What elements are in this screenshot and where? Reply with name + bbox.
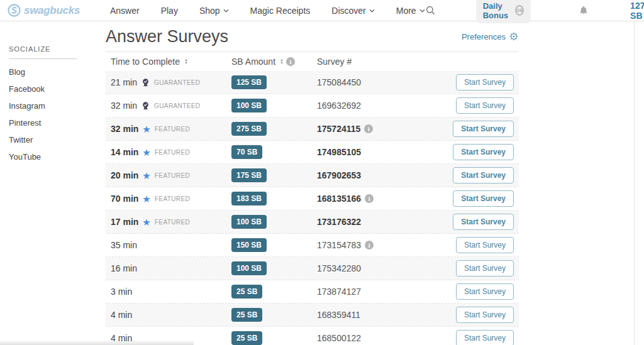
survey-number-cell: 175724115 i	[317, 124, 453, 134]
time-cell: 32 min ★ GUARANTEED	[111, 101, 231, 111]
table-row: 32 min ★ FEATURED 275 SB	[106, 118, 519, 141]
nav-item-shop[interactable]: Shop	[199, 6, 229, 16]
time-to-complete: 32 min	[111, 124, 138, 134]
search-icon[interactable]	[425, 5, 436, 16]
table-row: 21 min ★ GUARANTEED 125 SB	[106, 71, 519, 94]
nav-item-play[interactable]: Play	[161, 6, 178, 16]
survey-number: 169632692	[317, 101, 361, 111]
sb-amount-badge: 25 SB	[231, 331, 262, 345]
sidebar-item-twitter[interactable]: Twitter	[9, 136, 106, 144]
survey-number: 175724115	[317, 124, 360, 134]
sb-amount-badge: 25 SB	[231, 308, 262, 322]
survey-number-cell: 168135166 i	[317, 194, 453, 204]
sort-icon[interactable]: ▲▼	[184, 58, 188, 65]
sb-amount-badge: 150 SB	[231, 238, 267, 252]
survey-number-cell: 168500122 i	[317, 333, 456, 343]
guaranteed-medal-icon	[141, 78, 150, 87]
time-cell: 4 min ★	[111, 310, 231, 320]
sb-amount-badge: 25 SB	[231, 285, 262, 298]
start-survey-button[interactable]: Start Survey	[456, 74, 514, 90]
sidebar-item-blog[interactable]: Blog	[9, 68, 106, 76]
sb-amount-cell: 175 SB	[231, 168, 317, 182]
survey-number-cell: 174985105 i	[317, 147, 453, 157]
nav-item-answer[interactable]: Answer	[110, 6, 140, 16]
nav-item-label: More	[396, 6, 416, 16]
preferences-link[interactable]: Preferences	[462, 31, 519, 41]
start-survey-button[interactable]: Start Survey	[456, 237, 514, 253]
sidebar-item-youtube[interactable]: YouTube	[9, 153, 106, 161]
chevron-down-icon	[223, 9, 229, 13]
row-badge-label: GUARANTEED	[154, 102, 200, 109]
sidebar-item-facebook[interactable]: Facebook	[9, 85, 106, 93]
chevron-down-icon	[419, 9, 425, 13]
start-survey-button[interactable]: Start Survey	[456, 283, 514, 300]
col-header-survey-number: Survey #	[317, 57, 514, 67]
info-icon[interactable]: i	[364, 124, 373, 133]
table-row: 17 min ★ FEATURED 100 SB	[106, 211, 519, 234]
start-survey-button[interactable]: Start Survey	[456, 97, 514, 114]
survey-number: 168359411	[317, 310, 360, 320]
survey-number-cell: 169632692 i	[317, 101, 456, 111]
table-row: 3 min ★ 25 SB 1	[106, 280, 519, 304]
notifications-bell-icon[interactable]	[579, 5, 589, 16]
daily-bonus-button[interactable]: Daily Bonus SB	[476, 0, 531, 23]
nav-item-magic-receipts[interactable]: Magic Receipts	[250, 6, 311, 16]
time-to-complete: 20 min	[111, 170, 138, 180]
table-row: 35 min ★ 150 SB	[106, 234, 519, 257]
sort-icon[interactable]: ▲▼	[280, 58, 284, 65]
row-badge-label: GUARANTEED	[154, 79, 200, 86]
row-badge-label: FEATURED	[155, 219, 190, 226]
sidebar-title: SOCIALIZE	[9, 45, 77, 59]
table-row: 14 min ★ FEATURED 70 SB	[106, 141, 519, 164]
sb-amount-cell: 25 SB	[231, 285, 317, 298]
time-to-complete: 3 min	[111, 287, 132, 297]
sb-amount-cell: 100 SB	[231, 215, 317, 229]
nav-item-discover[interactable]: Discover	[331, 6, 374, 16]
info-icon[interactable]: i	[286, 57, 295, 66]
start-survey-button[interactable]: Start Survey	[456, 260, 514, 277]
sb-amount-cell: 183 SB	[231, 192, 317, 205]
survey-number-cell: 175342280 i	[317, 263, 456, 273]
start-survey-button[interactable]: Start Survey	[453, 214, 514, 230]
main-nav: Answer Play Shop	[110, 6, 425, 16]
time-to-complete: 21 min	[111, 77, 137, 87]
sb-amount-cell: 100 SB	[231, 99, 317, 112]
sidebar-item-instagram[interactable]: Instagram	[9, 102, 106, 110]
time-cell: 16 min ★	[111, 263, 231, 273]
time-to-complete: 14 min	[111, 147, 138, 157]
sb-amount-badge: 175 SB	[231, 168, 267, 182]
guaranteed-medal-icon	[141, 101, 150, 111]
row-badge-label: FEATURED	[155, 149, 190, 156]
brand-name: swagbucks	[24, 4, 80, 17]
survey-number-cell: 173874127 i	[317, 287, 456, 297]
nav-item-label: Answer	[110, 6, 140, 16]
sidebar-item-pinterest[interactable]: Pinterest	[9, 119, 106, 127]
row-badge-label: FEATURED	[155, 172, 190, 179]
survey-number-cell: 168359411 i	[317, 310, 456, 320]
swagbucks-logo[interactable]: swagbucks	[8, 4, 80, 17]
sb-amount-badge: 275 SB	[231, 122, 267, 136]
start-survey-button[interactable]: Start Survey	[456, 307, 514, 323]
start-survey-button[interactable]: Start Survey	[456, 330, 514, 345]
start-survey-button[interactable]: Start Survey	[453, 167, 514, 183]
survey-number: 175342280	[317, 263, 361, 273]
info-icon[interactable]: i	[365, 194, 374, 203]
scrollbar-gutter[interactable]	[634, 21, 644, 345]
main-panel: Answer Surveys Preferences Time to	[106, 21, 519, 345]
sb-amount-badge: 100 SB	[231, 261, 267, 275]
table-row: 20 min ★ FEATURED 175 SB	[106, 164, 519, 187]
nav-item-more[interactable]: More	[396, 6, 425, 16]
info-icon[interactable]: i	[365, 241, 374, 249]
start-survey-button[interactable]: Start Survey	[453, 121, 514, 137]
start-survey-button[interactable]: Start Survey	[453, 144, 514, 160]
table-row: 70 min ★ FEATURED 183 SB	[106, 187, 519, 211]
survey-number-cell: 173154783 i	[317, 240, 456, 250]
start-survey-button[interactable]: Start Survey	[453, 190, 514, 207]
sb-balance[interactable]: 127 SB	[630, 1, 644, 21]
table-row: 32 min ★ GUARANTEED 100 SB	[106, 94, 519, 118]
survey-number-cell: 173176322 i	[317, 217, 453, 227]
featured-star-icon: ★	[142, 124, 150, 134]
survey-number: 173874127	[317, 287, 361, 297]
nav-item-label: Discover	[331, 6, 365, 16]
time-to-complete: 4 min	[111, 310, 132, 320]
